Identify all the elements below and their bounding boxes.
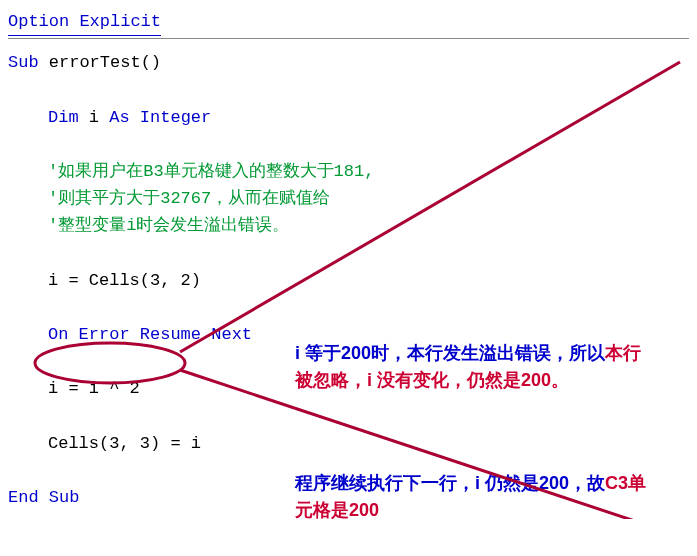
line-sub: Sub errorTest(): [8, 49, 689, 76]
line-write-cells: Cells(3, 3) = i: [8, 430, 689, 457]
annotation-1-text: i 等于200时，本行发生溢出错误，所以: [295, 343, 605, 363]
line-dim: Dim i As Integer: [8, 104, 689, 131]
kw-as-integer: As Integer: [109, 108, 211, 127]
comment-line-3: '整型变量i时会发生溢出错误。: [8, 212, 689, 239]
comment-line-2: '则其平方大于32767，从而在赋值给: [8, 185, 689, 212]
comment-line-1: '如果用户在B3单元格键入的整数大于181,: [8, 158, 689, 185]
kw-dim: Dim: [48, 108, 89, 127]
line-option-explicit: Option Explicit: [8, 8, 689, 36]
id-procname: errorTest(): [49, 53, 161, 72]
id-var-i: i: [89, 108, 109, 127]
kw-option-explicit: Option Explicit: [8, 8, 161, 36]
divider-line: [8, 38, 689, 39]
line-assign-cells: i = Cells(3, 2): [8, 267, 689, 294]
kw-sub: Sub: [8, 53, 49, 72]
annotation-2-text: 程序继续执行下一行，i 仍然是200，故: [295, 473, 605, 493]
annotation-1: i 等于200时，本行发生溢出错误，所以本行被忽略，i 没有变化，仍然是200。: [295, 340, 655, 394]
annotation-2: 程序继续执行下一行，i 仍然是200，故C3单元格是200: [295, 470, 655, 519]
